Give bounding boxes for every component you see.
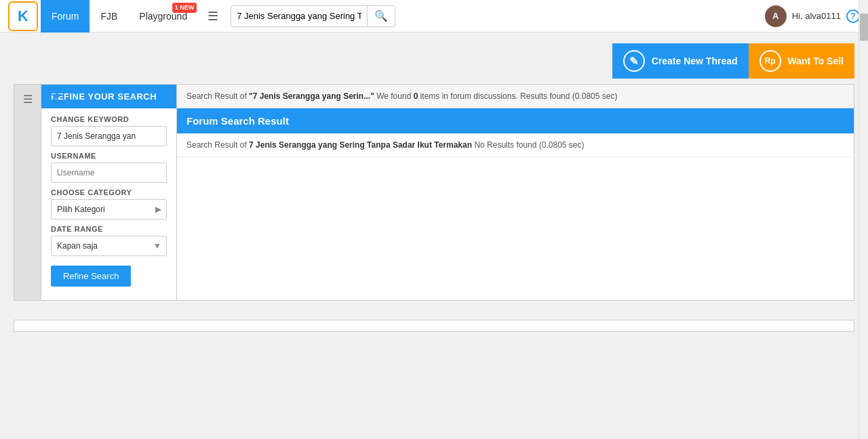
- scrollbar-thumb: [860, 14, 868, 41]
- create-thread-button[interactable]: ✎ Create New Thread: [612, 43, 749, 79]
- nav-item-playground[interactable]: Playground 1 NEW: [128, 0, 198, 33]
- refine-panel: REFINE YOUR SEARCH CHANGE KEYWORD USERNA…: [41, 84, 176, 301]
- logo[interactable]: K: [8, 1, 38, 31]
- result-query-bold: 7 Jenis Serangga yang Sering Tanpa Sadar…: [249, 140, 472, 150]
- results-title-bar: Forum Search Result: [177, 108, 854, 133]
- choose-category-select[interactable]: Pilih Kategori: [51, 199, 167, 220]
- result-line-suffix: No Results found (0.0805 sec): [472, 140, 584, 150]
- breadcrumb-suffix: items in forum discussions. Results foun…: [418, 91, 617, 101]
- date-range-wrap: Kapan saja Hari ini Minggu ini Bulan ini…: [51, 236, 167, 256]
- results-panel: Search Result of "7 Jenis Serangga yang …: [176, 84, 854, 301]
- breadcrumb-middle: We found: [374, 91, 414, 101]
- logo-icon: K: [18, 7, 28, 25]
- want-to-sell-button[interactable]: Rp Want To Sell: [749, 43, 854, 79]
- search-icon: 🔍: [374, 9, 388, 22]
- change-keyword-label: CHANGE KEYWORD: [51, 115, 167, 123]
- breadcrumb-prefix: Search Result of: [186, 91, 249, 101]
- user-greeting: Hi, alva0111: [792, 11, 841, 21]
- nav-item-forum[interactable]: Forum: [41, 0, 90, 33]
- scrollbar[interactable]: [859, 0, 868, 332]
- list-icon[interactable]: ☰: [201, 9, 225, 24]
- search-input[interactable]: [231, 11, 367, 21]
- results-title: Forum Search Result: [186, 115, 289, 127]
- refine-search-button[interactable]: Refine Search: [51, 266, 131, 287]
- username-label: USERNAME: [51, 152, 167, 160]
- navbar: K Forum FJB Playground 1 NEW ☰ 🔍 A Hi, a…: [0, 0, 868, 33]
- create-thread-label: Create New Thread: [652, 56, 738, 66]
- sidebar-toggle[interactable]: ☰: [14, 84, 41, 301]
- action-area: ✎ Create New Thread Rp Want To Sell: [0, 33, 868, 84]
- sidebar-toggle-icon: ☰: [23, 93, 33, 106]
- search-bar: 🔍: [231, 5, 395, 27]
- search-button[interactable]: 🔍: [367, 5, 395, 27]
- username-input[interactable]: [51, 163, 167, 183]
- bottom-footer: [14, 320, 854, 332]
- breadcrumb-query: "7 Jenis Serangga yang Serin...": [249, 91, 374, 101]
- create-thread-icon: ✎: [623, 50, 645, 72]
- navbar-right: A Hi, alva0111 ?: [765, 5, 860, 27]
- refine-header: REFINE YOUR SEARCH: [41, 85, 176, 108]
- results-row: Search Result of 7 Jenis Serangga yang S…: [177, 133, 854, 157]
- want-to-sell-label: Want To Sell: [788, 56, 844, 66]
- want-to-sell-icon: Rp: [760, 50, 781, 72]
- choose-category-label: CHOOSE CATEGORY: [51, 188, 167, 196]
- results-breadcrumb: Search Result of "7 Jenis Serangga yang …: [177, 85, 854, 108]
- refine-body: CHANGE KEYWORD USERNAME CHOOSE CATEGORY …: [41, 108, 176, 293]
- result-line-prefix: Search Result of: [186, 140, 249, 150]
- new-badge: 1 NEW: [172, 3, 197, 13]
- nav-item-fjb[interactable]: FJB: [90, 0, 128, 33]
- date-range-select[interactable]: Kapan saja Hari ini Minggu ini Bulan ini: [51, 236, 167, 256]
- change-keyword-input[interactable]: [51, 126, 167, 146]
- avatar: A: [765, 5, 787, 27]
- choose-category-wrap: Pilih Kategori ▶: [51, 199, 167, 220]
- date-range-label: DATE RANGE: [51, 225, 167, 233]
- help-icon[interactable]: ?: [846, 9, 860, 23]
- main-content: ☰ REFINE YOUR SEARCH CHANGE KEYWORD USER…: [0, 84, 868, 314]
